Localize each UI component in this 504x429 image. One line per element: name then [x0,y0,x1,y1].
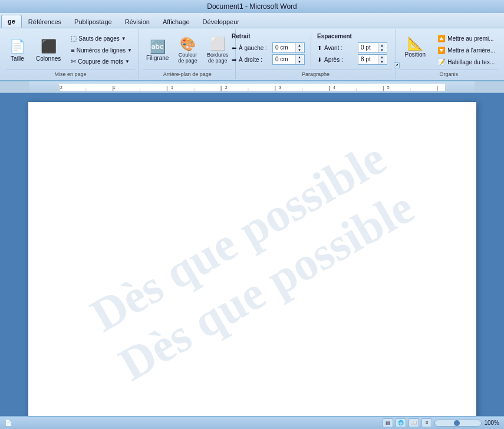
view-lecture-button[interactable]: 📖 [409,418,419,427]
avant-row: ⬆ Avant : 0 pt ▲ ▼ [317,42,387,53]
ribbon-tabs-container: ge Références Publipostage Révision Affi… [0,13,504,28]
ruler: 2 1 1 2 3 4 5 [0,81,504,93]
gauche-spinner[interactable]: ▲ ▼ [295,43,303,52]
bordures-page-icon: ⬜ [210,37,226,52]
tab-developpeur[interactable]: Développeur [196,15,246,28]
mettre-premier-button[interactable]: 🔼 Mettre au premi... [434,33,498,44]
view-web-button[interactable]: 🌐 [396,418,406,427]
couleur-page-button[interactable]: 🎨 Couleur de page [174,34,201,66]
habillage-button[interactable]: 📝 Habillage du tex... [434,57,498,68]
ribbon-group-organiser: 📐 Position 🔼 Mettre au premi... 🔽 Mettre… [396,29,502,79]
sauts-button[interactable]: ⬚ Sauts de pages ▼ [68,33,135,44]
paragraphe-label: Paragraphe [239,70,391,78]
mettre-arriere-label: Mettre à l'arrière... [447,47,495,54]
organiser-label: Organis [400,70,498,78]
avant-icon: ⬆ [317,45,322,51]
mise-en-page-content: 📄 Taille ⬛ Colonnes ⬚ Sauts de pages ▼ ≡ [6,31,135,70]
numeros-dropdown-icon: ▼ [127,48,132,53]
retrait-section: Retrait ⬅ À gauche : 0 cm ▲ ▼ ➡ À droite… [232,33,305,65]
mettre-arriere-icon: 🔽 [437,47,446,54]
coupure-dropdown-icon: ▼ [125,59,130,64]
colonnes-button[interactable]: ⬛ Colonnes [32,37,64,64]
espacement-section: Espacement ⬆ Avant : 0 pt ▲ ▼ ⬇ Après : [317,33,387,65]
taille-button[interactable]: 📄 Taille [6,37,29,64]
gauche-input[interactable]: 0 cm ▲ ▼ [272,42,305,53]
gauche-label: À gauche : [239,45,271,51]
arriere-plan-content: 🔤 Filigrane 🎨 Couleur de page ⬜ Bordures… [143,31,232,70]
apres-icon: ⬇ [317,57,322,63]
droite-up[interactable]: ▲ [296,55,303,60]
tab-publipostage[interactable]: Publipostage [68,15,118,28]
habillage-icon: 📝 [437,58,446,66]
organiser-buttons: 🔼 Mettre au premi... 🔽 Mettre à l'arrièr… [434,33,498,68]
view-plan-button[interactable]: ≡ [421,418,432,427]
filigrane-button[interactable]: 🔤 Filigrane [143,37,172,64]
habillage-label: Habillage du tex... [447,59,495,65]
droite-down[interactable]: ▼ [296,60,303,64]
numeros-button[interactable]: ≡ Numéros de lignes ▼ [68,45,135,55]
apres-input[interactable]: 8 pt ▲ ▼ [358,54,387,65]
apres-label: Après : [324,57,357,63]
status-bar: 📄 ▤ 🌐 📖 ≡ 100% [0,416,504,429]
ruler-corner-left [0,81,29,93]
gauche-down[interactable]: ▼ [296,48,303,52]
tab-references[interactable]: Références [22,15,68,28]
svg-text:2: 2 [225,85,228,90]
paragraphe-content: Retrait ⬅ À gauche : 0 cm ▲ ▼ ➡ À droite… [232,31,400,70]
mettre-arriere-button[interactable]: 🔽 Mettre à l'arrière... [434,45,498,56]
apres-down[interactable]: ▼ [378,60,386,64]
svg-text:1: 1 [113,85,116,90]
tab-affichage[interactable]: Affichage [156,15,196,28]
colonnes-icon: ⬛ [41,39,57,54]
mettre-premier-icon: 🔼 [437,35,446,42]
apres-row: ⬇ Après : 8 pt ▲ ▼ [317,54,387,65]
ribbon-group-paragraphe: Retrait ⬅ À gauche : 0 cm ▲ ▼ ➡ À droite… [236,29,396,79]
mise-en-page-label: Mise en page [6,70,135,78]
gauche-up[interactable]: ▲ [296,43,303,48]
ribbon-group-mise-en-page: 📄 Taille ⬛ Colonnes ⬚ Sauts de pages ▼ ≡ [2,29,139,79]
status-right: ▤ 🌐 📖 ≡ 100% [383,418,499,427]
retrait-espacement-divider [311,35,311,67]
position-label: Position [405,51,426,58]
droite-spinner[interactable]: ▲ ▼ [295,55,303,64]
ribbon: 📄 Taille ⬛ Colonnes ⬚ Sauts de pages ▼ ≡ [0,28,504,81]
filigrane-icon: 🔤 [150,39,166,55]
svg-text:1: 1 [171,85,173,90]
ribbon-group-arriere-plan: 🔤 Filigrane 🎨 Couleur de page ⬜ Bordures… [139,29,236,79]
gauche-icon: ⬅ [232,45,236,51]
zoom-level: 100% [484,420,499,426]
zoom-slider[interactable] [434,420,482,427]
view-normal-button[interactable]: ▤ [383,418,393,427]
droite-label: À droite : [239,57,271,63]
avant-value: 0 pt [360,43,378,52]
document-page[interactable]: Dès que possible Dès que possible [28,102,476,416]
ruler-svg: 2 1 1 2 3 4 5 [59,84,445,91]
gauche-value: 0 cm [274,43,295,52]
taille-icon: 📄 [9,39,25,54]
watermark: Dès que possible Dès que possible [45,109,459,413]
apres-up[interactable]: ▲ [378,55,386,60]
droite-icon: ➡ [232,57,236,63]
avant-down[interactable]: ▼ [378,48,386,52]
position-button[interactable]: 📐 Position [400,33,431,61]
tab-revision[interactable]: Révision [118,15,156,28]
droite-input[interactable]: 0 cm ▲ ▼ [272,54,305,65]
document-area: Dès que possible Dès que possible [0,93,504,416]
coupure-button[interactable]: ✄ Coupure de mots ▼ [68,56,135,67]
avant-spinner[interactable]: ▲ ▼ [378,43,386,52]
svg-text:2: 2 [60,85,62,90]
gauche-row: ⬅ À gauche : 0 cm ▲ ▼ [232,42,305,53]
avant-input[interactable]: 0 pt ▲ ▼ [358,42,387,53]
arriere-plan-label: Arrière-plan de page [143,70,232,78]
bordures-page-button[interactable]: ⬜ Bordures de page [203,34,232,66]
ruler-inner: 2 1 1 2 3 4 5 [59,84,445,91]
droite-row: ➡ À droite : 0 cm ▲ ▼ [232,54,305,65]
avant-label: Avant : [324,45,357,51]
mise-en-page-small-btns: ⬚ Sauts de pages ▼ ≡ Numéros de lignes ▼… [68,33,135,67]
svg-text:3: 3 [279,85,281,90]
tab-mise-en-page[interactable]: ge [1,15,22,28]
svg-text:5: 5 [387,85,390,90]
sauts-icon: ⬚ [71,35,77,42]
apres-spinner[interactable]: ▲ ▼ [378,55,386,64]
avant-up[interactable]: ▲ [378,43,386,48]
